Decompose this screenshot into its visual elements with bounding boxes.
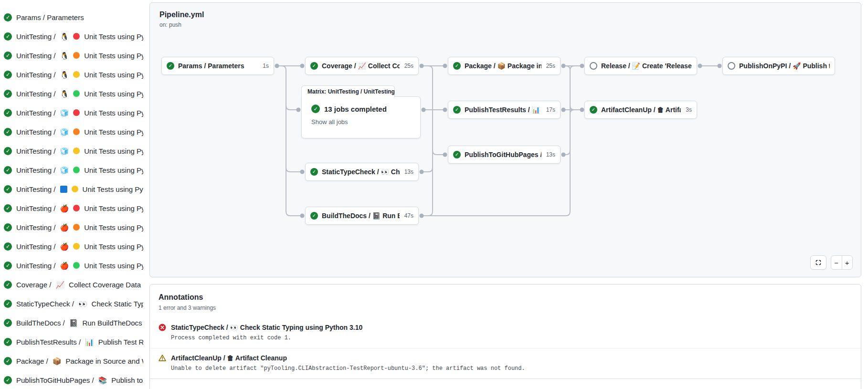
graph-node-artifact-clean-up[interactable]: ✓ ArtifactCleanUp / 🗑 Artifac... 3s: [584, 101, 697, 119]
sidebar-job-item[interactable]: ✓ UnitTesting / 🧊 Unit Tests using Pyth.…: [4, 160, 143, 179]
annotation-item: StaticTypeCheck / 👀 Check Static Typing …: [150, 318, 861, 348]
graph-node-coverage[interactable]: ✓ Coverage / 📈 Collect Cove... 25s: [305, 57, 419, 75]
sidebar-job-description: Unit Tests using Pyth...: [84, 262, 143, 270]
job-node-label: PublishTestResults / 📊 Pu...: [465, 106, 541, 114]
show-all-jobs-link[interactable]: Show all jobs: [311, 118, 348, 126]
sidebar-job-item[interactable]: ✓ UnitTesting / 🐧 Unit Tests using Pyth.…: [4, 84, 143, 103]
job-success-icon: ✓: [4, 300, 12, 308]
graph-controls: − +: [810, 255, 853, 270]
job-status-icon: ✓: [453, 106, 461, 114]
zoom-out-button[interactable]: −: [831, 256, 842, 269]
job-status-icon: ✓: [167, 62, 174, 70]
job-success-icon: ✓: [4, 262, 12, 270]
job-node-label: PublishToGitHubPages / 📚 ...: [465, 151, 541, 158]
sidebar-job-item[interactable]: ✓ Coverage / 📈 Collect Coverage Data usi…: [4, 275, 143, 294]
sidebar-job-name: Params / Parameters: [16, 13, 84, 21]
sidebar-job-item[interactable]: ✓ PublishTestResults / 📊 Publish Test Re…: [4, 332, 143, 351]
job-status-icon: ✓: [453, 62, 461, 70]
os-icon: 🐧: [60, 33, 69, 40]
sidebar-job-item[interactable]: ✓ UnitTesting / 🍎 Unit Tests using Pyth.…: [4, 237, 143, 256]
graph-node-package[interactable]: ✓ Package / 📦 Package in So... 25s: [448, 57, 561, 75]
job-duration: 3s: [686, 106, 692, 113]
workflow-run-page: ✓ Params / Parameters ✓ UnitTesting / 🐧 …: [0, 0, 868, 389]
graph-node-layer: ✓ Params / Parameters 1s ✓ Coverage / 📈 …: [150, 3, 861, 277]
sidebar-job-item[interactable]: ✓ UnitTesting / 🍎 Unit Tests using Pyth.…: [4, 256, 143, 275]
sidebar-job-name: StaticTypeCheck /: [16, 300, 74, 308]
annotation-title: ArtifactCleanUp / 🗑 Artifact Cleanup: [171, 354, 287, 362]
sidebar-job-item[interactable]: ✓ StaticTypeCheck / 👀 Check Static Typin…: [4, 294, 143, 313]
zoom-in-button[interactable]: +: [842, 256, 853, 269]
os-icon: 📦: [53, 357, 62, 365]
sidebar-job-name: UnitTesting /: [16, 128, 56, 136]
matrix-group-unittesting[interactable]: ✓ 13 jobs completed Show all jobs: [301, 96, 421, 138]
job-node-label: ArtifactCleanUp / 🗑 Artifac...: [601, 106, 681, 114]
sidebar-job-name: Package /: [16, 357, 48, 365]
python-version-dot: [73, 52, 80, 59]
python-version-dot: [73, 128, 80, 135]
job-duration: 1s: [263, 63, 269, 69]
sidebar-job-item[interactable]: ✓ UnitTesting / 🍎 Unit Tests using Pyth.…: [4, 199, 143, 218]
sidebar-job-description: Unit Tests using Pyth...: [84, 166, 143, 174]
graph-node-publish-to-github-pages[interactable]: ✓ PublishToGitHubPages / 📚 ... 13s: [448, 146, 561, 164]
job-success-icon: ✓: [4, 109, 12, 117]
job-success-icon: ✓: [4, 13, 12, 21]
job-node-label: StaticTypeCheck / 👀 Chec...: [322, 168, 400, 176]
os-icon: 🍎: [60, 224, 69, 231]
job-status-icon: ✓: [590, 106, 597, 114]
sidebar-job-item[interactable]: ✓ PublishToGitHubPages / 📚 Publish to G.…: [4, 370, 143, 389]
graph-node-static-type-check[interactable]: ✓ StaticTypeCheck / 👀 Chec... 13s: [305, 163, 419, 181]
job-duration: 17s: [546, 106, 555, 113]
pipeline-title: Pipeline.yml: [159, 11, 204, 19]
job-success-icon: ✓: [4, 147, 12, 155]
os-icon: 🧊: [60, 109, 69, 116]
sidebar-job-name: UnitTesting /: [16, 262, 56, 270]
annotation-item: ArtifactCleanUp / 🗑 Artifact Cleanup Una…: [150, 348, 861, 379]
graph-header: Pipeline.yml on: push: [159, 11, 204, 28]
annotations-list: StaticTypeCheck / 👀 Check Static Typing …: [150, 318, 861, 379]
sidebar-job-item[interactable]: ✓ UnitTesting / 🐧 Unit Tests using Pyth.…: [4, 65, 143, 84]
os-icon: 🍎: [60, 205, 69, 212]
warning-icon: [159, 354, 166, 362]
sidebar-job-description: Unit Tests using Pyth...: [84, 128, 143, 136]
job-success-icon: ✓: [4, 204, 12, 212]
graph-node-publish-test-results[interactable]: ✓ PublishTestResults / 📊 Pu... 17s: [448, 101, 561, 119]
sidebar-job-item[interactable]: ✓ UnitTesting / 🧊 Unit Tests using Pyth.…: [4, 122, 143, 141]
sidebar-job-name: UnitTesting /: [16, 32, 56, 41]
sidebar-job-item[interactable]: ✓ UnitTesting / Unit Tests using Pyth...: [4, 179, 143, 199]
job-success-icon: ✓: [4, 376, 12, 384]
graph-node-publish-on-pypi[interactable]: PublishOnPyPI / 🚀 Publish to ...: [722, 57, 835, 75]
annotation-message: Process completed with exit code 1.: [171, 335, 852, 341]
job-node-label: Coverage / 📈 Collect Cove...: [322, 62, 400, 70]
sidebar-job-name: UnitTesting /: [16, 166, 56, 174]
python-version-dot: [73, 205, 80, 211]
os-icon: 📓: [69, 319, 78, 326]
sidebar-job-name: UnitTesting /: [16, 71, 56, 79]
annotations-title: Annotations: [159, 293, 852, 302]
sidebar-job-item[interactable]: ✓ BuildTheDocs / 📓 Run BuildTheDocs: [4, 313, 143, 332]
job-success-icon: ✓: [4, 242, 12, 251]
sidebar-job-description: Check Static Typing...: [92, 300, 143, 308]
sidebar-job-description: Unit Tests using Pyth...: [84, 204, 143, 212]
sidebar-job-item[interactable]: ✓ UnitTesting / 🧊 Unit Tests using Pyth.…: [4, 103, 143, 122]
graph-node-release[interactable]: Release / 📝 Create 'Release P...: [584, 57, 697, 75]
sidebar-job-item[interactable]: ✓ UnitTesting / 🧊 Unit Tests using Pyth.…: [4, 141, 143, 160]
graph-node-params[interactable]: ✓ Params / Parameters 1s: [161, 57, 274, 75]
sidebar-job-item[interactable]: ✓ Package / 📦 Package in Source and Wh..…: [4, 351, 143, 370]
job-duration: 13s: [404, 168, 413, 175]
sidebar-job-name: PublishTestResults /: [16, 338, 81, 346]
sidebar-job-item[interactable]: ✓ Params / Parameters: [4, 8, 143, 27]
python-version-dot: [73, 33, 80, 40]
fullscreen-button[interactable]: [810, 255, 826, 270]
sidebar-job-item[interactable]: ✓ UnitTesting / 🐧 Unit Tests using Pyth.…: [4, 46, 143, 65]
python-version-dot: [73, 71, 80, 78]
sidebar-job-description: Package in Source and Wh...: [65, 357, 143, 365]
annotation-message: Unable to delete artifact "pyTooling.CLI…: [171, 365, 852, 372]
job-status-icon: ✓: [310, 62, 318, 70]
sidebar-job-name: UnitTesting /: [16, 147, 56, 155]
sidebar-job-item[interactable]: ✓ UnitTesting / 🐧 Unit Tests using Pyth.…: [4, 27, 143, 46]
python-version-dot: [73, 262, 80, 269]
sidebar-job-item[interactable]: ✓ UnitTesting / 🍎 Unit Tests using Pyth.…: [4, 218, 143, 237]
sidebar-job-description: Run BuildTheDocs: [82, 319, 142, 327]
sidebar-job-name: UnitTesting /: [16, 242, 56, 251]
graph-node-build-the-docs[interactable]: ✓ BuildTheDocs / 📓 Run Buil... 47s: [305, 207, 419, 225]
